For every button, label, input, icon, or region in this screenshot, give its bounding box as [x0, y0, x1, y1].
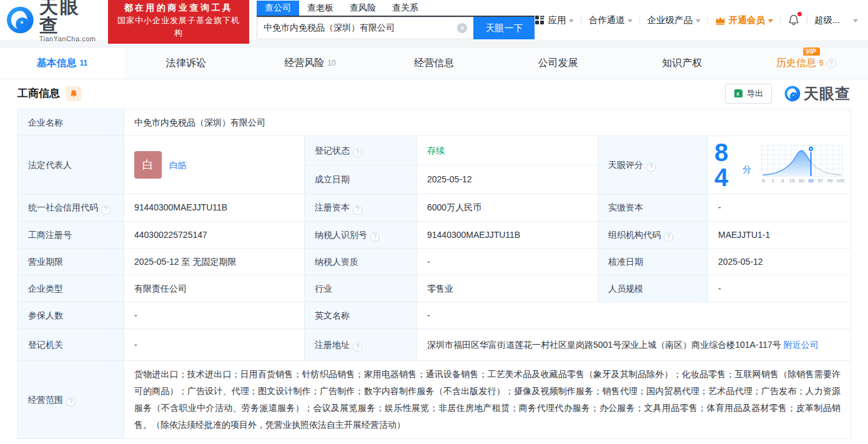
search-input[interactable]	[257, 23, 457, 33]
svg-text:50: 50	[799, 178, 804, 184]
crown-icon	[715, 16, 726, 25]
nav-divider	[581, 16, 581, 24]
legal-rep-link[interactable]: 白皓	[169, 158, 187, 172]
vip-badge: VIP	[803, 47, 819, 56]
export-button[interactable]: x 导出	[725, 84, 772, 104]
tab-basic-info[interactable]: 基本信息 11	[0, 48, 124, 79]
company-name-value: 中免市内免税品（深圳）有限公司	[124, 109, 851, 136]
field-label: 营业期限	[18, 249, 124, 275]
help-icon[interactable]: ?	[646, 162, 656, 172]
help-icon[interactable]: ?	[353, 148, 362, 157]
tab-company-development[interactable]: 公司发展	[496, 48, 620, 79]
taxpayer-id-value: 91440300MAEJJTU11B	[417, 221, 598, 249]
search-box: ✕ 天眼一下	[257, 17, 535, 39]
tab-count: 5	[819, 59, 824, 67]
help-icon[interactable]: ?	[664, 232, 673, 242]
nav-divider	[708, 16, 708, 24]
nearby-companies-link[interactable]: 附近公司	[784, 340, 819, 350]
nav-account[interactable]: 超级...	[814, 14, 858, 26]
svg-text:99: 99	[827, 178, 832, 184]
avatar[interactable]: 白	[134, 151, 162, 179]
field-label: 注册资本?	[305, 194, 417, 222]
nav-apps-label: 应用	[548, 14, 566, 26]
tab-legal-litigation[interactable]: 法律诉讼	[124, 48, 249, 79]
field-label: 统一社会信用代码?	[18, 194, 124, 222]
insured-value: -	[124, 302, 305, 329]
field-label: 成立日期	[305, 165, 417, 194]
search-tab-risk[interactable]: 查风险	[342, 1, 384, 16]
establish-date-value: 2025-05-12	[417, 165, 598, 194]
help-icon[interactable]: ?	[66, 397, 76, 407]
tab-operation-risk[interactable]: 经营风险 10	[248, 48, 372, 79]
chevron-down-icon	[569, 19, 574, 22]
svg-text:85: 85	[809, 178, 814, 184]
search-tab-company[interactable]: 查公司	[257, 1, 299, 16]
field-label: 注册地址?	[305, 329, 417, 361]
nav-divider	[780, 16, 781, 24]
business-info-header: 工商信息 x 导出	[0, 79, 868, 107]
notifications-bell[interactable]	[787, 14, 800, 26]
export-label: 导出	[747, 88, 763, 99]
notification-dot	[797, 12, 802, 16]
reg-status-value: 存续	[417, 136, 598, 165]
search-input-wrap: ✕	[257, 17, 473, 39]
help-icon[interactable]: ?	[353, 205, 362, 215]
score-distribution-chart: 0 1 3 15 50 85 97 99 100	[760, 142, 844, 187]
company-tabbar: 基本信息 11 法律诉讼 经营风险 10 经营信息 公司发展 知识产权 VIP …	[0, 48, 868, 79]
tab-intellectual-property[interactable]: 知识产权	[620, 48, 744, 79]
taxpayer-quality-value: -	[417, 249, 598, 275]
table-row: 统一社会信用代码? 91440300MAEJJTU11B 注册资本? 6000万…	[18, 194, 851, 222]
monitor-bell-button[interactable]	[66, 86, 81, 101]
score-value: 84	[714, 140, 741, 190]
search-button[interactable]: 天眼一下	[473, 17, 535, 39]
table-row: 工商注册号 440300225725147 纳税人识别号? 91440300MA…	[18, 221, 851, 249]
help-icon[interactable]: ?	[370, 232, 380, 242]
credit-code-value: 91440300MAEJJTU11B	[124, 194, 305, 222]
tab-operation-info[interactable]: 经营信息	[372, 48, 496, 79]
reg-number-value: 440300225725147	[124, 221, 305, 249]
svg-text:1: 1	[772, 178, 774, 184]
clear-search-icon[interactable]: ✕	[457, 23, 467, 33]
tab-count: 10	[327, 59, 335, 67]
tianyancha-swirl-icon	[6, 6, 34, 34]
nav-partner-label: 合作通道	[588, 14, 624, 26]
section-actions: x 导出 天眼查	[725, 84, 851, 104]
help-icon[interactable]: ?	[827, 59, 836, 68]
business-scope-value: 货物进出口；技术进出口；日用百货销售；针纺织品销售；家用电器销售；通讯设备销售；…	[124, 361, 851, 439]
excel-icon: x	[734, 89, 743, 98]
business-info-table: 企业名称 中免市内免税品（深圳）有限公司 法定代表人 白 白皓 登记状态? 存续…	[17, 109, 851, 439]
tab-label: 经营风险	[284, 57, 324, 70]
help-icon[interactable]: ?	[353, 342, 362, 352]
tab-history-info[interactable]: VIP 历史信息 5 ?	[744, 48, 868, 79]
promo-banner: 都在用的商业查询工具 国家中小企业发展子基金旗下机构	[108, 0, 249, 44]
search-tab-relation[interactable]: 查关系	[384, 1, 427, 16]
banner-line2: 国家中小企业发展子基金旗下机构	[115, 14, 242, 39]
nav-apps[interactable]: 应用	[535, 14, 574, 26]
field-label: 登记机关	[18, 329, 124, 361]
nav-enterprise-label: 企业级产品	[647, 14, 693, 26]
tab-label: 法律诉讼	[166, 57, 206, 70]
tab-count: 11	[79, 59, 87, 67]
svg-text:x: x	[736, 91, 739, 97]
watermark-logo: 天眼查	[784, 84, 851, 104]
tab-label: 历史信息	[776, 57, 816, 70]
tab-label: 经营信息	[414, 57, 454, 70]
nav-enterprise[interactable]: 企业级产品	[647, 14, 701, 26]
banner-line1: 都在用的商业查询工具	[115, 1, 242, 14]
nav-partner[interactable]: 合作通道	[588, 14, 633, 26]
top-nav: 应用 合作通道 企业级产品 开通会员	[535, 14, 858, 26]
help-icon[interactable]: ?	[101, 205, 111, 215]
score-cell: 84 分	[708, 136, 851, 194]
top-header: 天眼查 TianYanCha.com 都在用的商业查询工具 国家中小企业发展子基…	[0, 0, 868, 40]
search-tab-boss[interactable]: 查老板	[299, 1, 342, 16]
legal-rep-cell: 白 白皓	[124, 136, 305, 194]
svg-text:15: 15	[789, 178, 794, 184]
business-term-value: 2025-05-12 至 无固定期限	[124, 249, 305, 275]
tianyancha-logo[interactable]: 天眼查 TianYanCha.com	[6, 0, 99, 42]
field-label: 天眼评分?	[598, 136, 708, 194]
logo-title: 天眼查	[39, 0, 99, 35]
svg-text:97: 97	[818, 178, 823, 184]
field-label: 实缴资本	[598, 194, 708, 222]
field-label: 经营范围?	[18, 361, 124, 439]
nav-open-vip[interactable]: 开通会员	[715, 14, 773, 26]
